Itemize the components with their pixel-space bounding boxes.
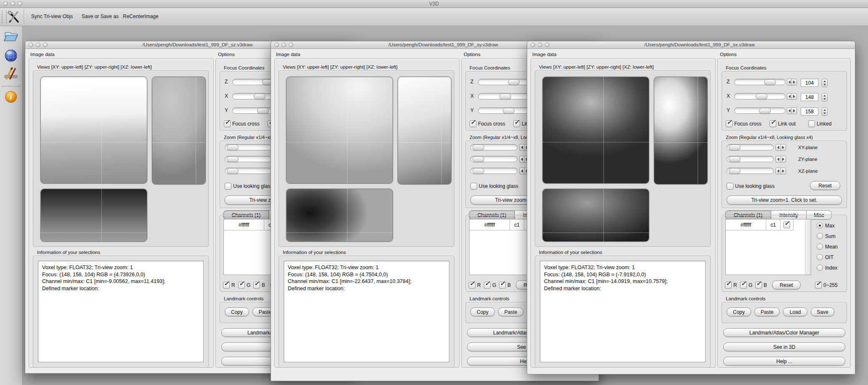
selection-info-text[interactable]: Voxel type: FLOAT32; Tri-view zoom: 1 Fo… (540, 261, 706, 362)
window-zoom-button[interactable] (43, 43, 48, 47)
window-close-button[interactable] (29, 43, 33, 47)
selection-info-text[interactable]: Voxel type: FLOAT32; Tri-view zoom: 1 Fo… (38, 261, 204, 362)
z-slider[interactable] (478, 79, 529, 85)
right-arrow-icon[interactable] (780, 168, 786, 174)
zy-view-panel[interactable] (398, 77, 451, 184)
red-channel-checkbox[interactable]: R (725, 282, 737, 289)
y-slider-thumb[interactable] (759, 108, 771, 114)
y-value-field[interactable]: 158 (801, 107, 818, 115)
x-slider-thumb[interactable] (254, 94, 265, 99)
window-zoom-button[interactable] (545, 43, 549, 47)
app-titlebar[interactable]: V3D (0, 0, 868, 8)
xz-view-panel[interactable] (542, 189, 649, 242)
slider-thumb[interactable] (472, 144, 484, 150)
radio-max[interactable]: Max (817, 222, 835, 229)
color-reset-button[interactable]: Reset (772, 281, 801, 289)
channel-visible-checkbox[interactable] (780, 219, 794, 230)
radio-index[interactable]: Index (817, 265, 837, 271)
right-arrow-icon[interactable] (780, 156, 786, 163)
window-zoom-button[interactable] (289, 43, 293, 47)
red-channel-checkbox[interactable]: R (223, 282, 235, 289)
green-channel-checkbox[interactable]: G (484, 282, 496, 289)
use-looking-glass-checkbox[interactable]: Use looking glass (225, 183, 273, 190)
slider-thumb[interactable] (227, 144, 239, 150)
xz-plane-zoom-slider[interactable] (727, 168, 774, 174)
y-slider[interactable] (734, 107, 786, 114)
zy-view-panel[interactable] (152, 77, 206, 184)
radio-mean[interactable]: Mean (817, 243, 838, 250)
blue-channel-checkbox[interactable]: B (499, 282, 511, 289)
landmark-load-button[interactable]: Load (783, 307, 807, 316)
linked-checkbox[interactable]: Linked (808, 120, 831, 127)
channel-row[interactable]: #ffffff c1 (726, 219, 794, 230)
green-channel-checkbox[interactable]: G (238, 282, 250, 289)
right-arrow-icon[interactable] (791, 93, 797, 100)
channel-color-cell[interactable]: #ffffff (470, 219, 510, 230)
x-slider[interactable] (734, 93, 786, 99)
x-slider[interactable] (478, 93, 529, 99)
xz-view-panel[interactable] (286, 189, 393, 242)
radio-sum[interactable]: Sum (817, 233, 836, 239)
focus-cross-checkbox[interactable]: Focus cross (726, 120, 762, 127)
xz-plane-zoom-slider[interactable] (470, 168, 518, 174)
xy-view-panel[interactable] (40, 77, 147, 184)
slider-thumb[interactable] (227, 168, 239, 174)
zy-plane-zoom-slider[interactable] (470, 156, 518, 162)
channel-name-cell[interactable]: c1 (766, 219, 780, 230)
xy-plane-zoom-slider[interactable] (727, 144, 774, 150)
applications-icon[interactable] (3, 67, 19, 81)
focus-cross-checkbox[interactable]: Focus cross (470, 120, 505, 127)
x-slider-thumb[interactable] (499, 94, 511, 99)
landmark-save-button[interactable]: Save (811, 307, 834, 316)
x-slider-thumb[interactable] (756, 94, 767, 99)
slider-thumb[interactable] (729, 144, 741, 150)
x-spinner[interactable] (822, 93, 828, 102)
slider-thumb[interactable] (227, 156, 239, 162)
zoom-reset-button[interactable]: Reset (810, 181, 840, 190)
green-channel-checkbox[interactable]: G (740, 282, 752, 289)
link-out-checkbox[interactable]: Link out (770, 120, 796, 127)
y-slider-thumb[interactable] (503, 108, 515, 114)
landmark-paste-button[interactable]: Paste (754, 307, 780, 316)
window-minimize-button[interactable] (538, 43, 542, 47)
use-looking-glass-checkbox[interactable]: Use looking glass (470, 183, 518, 190)
slider-thumb[interactable] (729, 156, 741, 162)
landmark-copy-button[interactable]: Copy (727, 307, 751, 316)
z-value-field[interactable]: 104 (801, 79, 818, 87)
window-close-button[interactable] (274, 43, 279, 47)
channel-list[interactable]: #ffffff c1 (725, 219, 811, 275)
globe-icon[interactable] (3, 49, 19, 62)
window-close-button[interactable] (531, 43, 535, 47)
zy-plane-zoom-slider[interactable] (225, 156, 272, 162)
channel-name-cell[interactable]: c1 (510, 219, 524, 230)
selection-info-text[interactable]: Voxel type: FLOAT32; Tri-view zoom: 1 Fo… (284, 261, 449, 362)
range-0-255-checkbox[interactable]: 0~255 (815, 282, 838, 289)
y-slider[interactable] (478, 107, 529, 114)
channel-list-scrollbar[interactable] (805, 219, 811, 275)
landmark-copy-button[interactable]: Copy (225, 307, 249, 316)
landmark-paste-button[interactable]: Paste (498, 307, 523, 316)
hammer-tools-icon[interactable] (7, 10, 20, 24)
slider-thumb[interactable] (472, 156, 484, 162)
right-arrow-icon[interactable] (791, 107, 797, 114)
z-spinner[interactable] (822, 79, 828, 87)
menu-save-or-save-as[interactable]: Save or Save as (82, 13, 119, 19)
y-slider-thumb[interactable] (257, 108, 269, 114)
landmark-atlas-color-manager-button[interactable]: Landmark/Atlas/Color Manager (723, 328, 845, 337)
z-slider-thumb[interactable] (764, 79, 776, 85)
channel-color-cell[interactable]: #ffffff (726, 219, 766, 230)
landmark-copy-button[interactable]: Copy (470, 307, 495, 316)
blue-channel-checkbox[interactable]: B (755, 282, 767, 289)
xz-view-panel[interactable] (40, 189, 147, 242)
xy-view-panel[interactable] (286, 77, 393, 184)
radio-oit[interactable]: OIT (817, 254, 833, 260)
zy-view-panel[interactable] (654, 77, 708, 184)
focus-cross-checkbox[interactable]: Focus cross (224, 120, 260, 127)
help-button[interactable]: Help ... (723, 357, 845, 366)
xz-plane-zoom-slider[interactable] (225, 168, 272, 174)
open-folder-icon[interactable] (3, 30, 19, 43)
right-arrow-icon[interactable] (780, 144, 786, 151)
menu-sync-triview-objs[interactable]: Sync Tri-view Objs (31, 13, 73, 19)
see-in-3d-button[interactable]: See in 3D (723, 342, 845, 351)
y-spinner[interactable] (822, 107, 828, 116)
